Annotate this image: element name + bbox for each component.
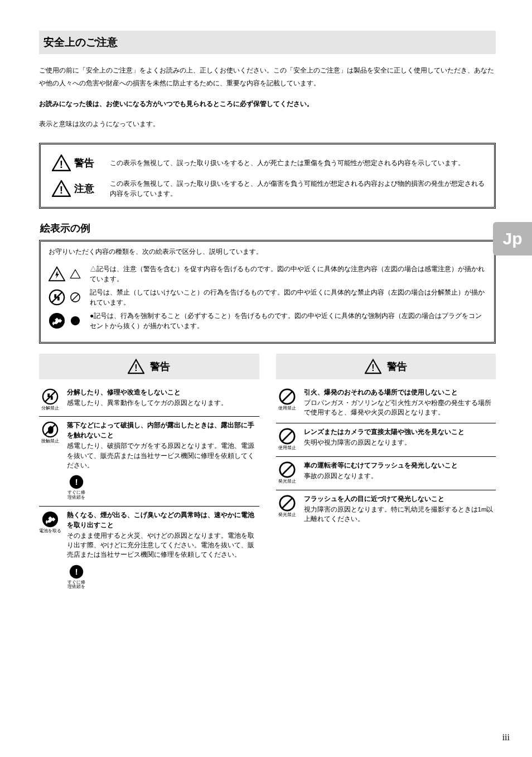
svg-text:!: !	[135, 363, 138, 372]
svg-line-30	[282, 391, 292, 402]
caution-column: ! 警告 使用禁止 引火、爆発のおそれのある場所では使用しないこと プロパンガス…	[276, 354, 496, 595]
prohibit-outline-icon	[70, 292, 81, 303]
triangle-outline-icon	[70, 269, 81, 279]
flash-prohibit-icon: 発光禁止	[276, 494, 298, 524]
item-title: フラッシュを人の目に近づけて発光しないこと	[304, 494, 496, 504]
item-title: 引火、爆発のおそれのある場所では使用しないこと	[304, 387, 496, 397]
intro-p1: ご使用の前に「安全上のご注意」をよくお読みの上、正しくお使いください。この「安全…	[39, 64, 496, 90]
svg-text:!: !	[75, 566, 78, 576]
symbol-triangle-text: △記号は、注意（警告を含む）を促す内容を告げるものです。図の中や近くに具体的な注…	[90, 264, 486, 284]
shock-triangle-icon	[49, 266, 65, 282]
svg-line-11	[72, 293, 79, 301]
item-body: 失明や視力障害の原因となります。	[304, 438, 496, 447]
svg-line-17	[45, 391, 56, 402]
warning-triangle-icon: !	[49, 155, 74, 171]
repair-request-icon: ! すぐに修理依頼を	[67, 474, 86, 500]
item-title: 落下などによって破損し、内部が露出したときは、露出部に手を触れないこと	[67, 420, 259, 440]
unplug-mandatory-icon	[49, 312, 65, 329]
page: 安全上のご注意 ご使用の前に「安全上のご注意」をよくお読みの上、正しくお使いくだ…	[0, 0, 532, 757]
symbol-mandatory-text: ●記号は、行為を強制すること（必ずすること）を告げるものです。図の中や近くに具体…	[90, 311, 486, 331]
icon-caption: 分解禁止	[41, 406, 59, 411]
symbol-mandatory-row: ●記号は、行為を強制すること（必ずすること）を告げるものです。図の中や近くに具体…	[49, 311, 486, 331]
icon-caption: 使用禁止	[278, 446, 296, 451]
repair-request-icon: ! すぐに修理依頼を	[67, 563, 86, 590]
item-title: レンズまたはカメラで直接太陽や強い光を見ないこと	[304, 427, 496, 437]
intro-p2: お読みになった後は、お使いになる方がいつでも見られるところに必ず保管してください…	[39, 98, 496, 110]
icon-caption: 使用禁止	[278, 406, 296, 411]
icon-caption: 発光禁止	[278, 513, 296, 518]
item-body: 感電したり、破損部でケガをする原因となります。電池、電源を抜いて、販売店または当…	[67, 441, 259, 470]
symbol-box: お守りいただく内容の種類を、次の絵表示で区分し、説明しています。 △記号は、注意…	[39, 240, 496, 343]
icon-caption: 発光禁止	[278, 479, 296, 484]
caution-header-icon: !	[365, 359, 381, 374]
remove-battery-icon: 電池を取る	[39, 510, 61, 590]
icon-caption: 電池を取る	[39, 529, 61, 534]
svg-rect-9	[57, 297, 60, 301]
svg-line-36	[282, 498, 292, 508]
svg-rect-18	[47, 393, 50, 397]
icon-caption: すぐに修理依頼を	[67, 490, 86, 500]
intro-p3: 表示と意味は次のようになっています。	[39, 118, 496, 131]
def-caution-label: 注意	[74, 181, 110, 196]
def-warning-label: 警告	[74, 156, 110, 170]
symbol-lead: お守りいただく内容の種類を、次の絵表示で区分し、説明しています。	[49, 247, 486, 257]
warning-column: ! 警告 分解禁止 分解したり、修理や改造をしないこと 感電したり、異常動作をし…	[39, 354, 259, 595]
svg-text:!: !	[371, 363, 374, 372]
disassemble-prohibit-icon	[49, 289, 65, 306]
svg-marker-5	[70, 269, 80, 278]
symbol-prohibit-text: 記号は、禁止（してはいけないこと）の行為を告げるものです。図の中や近くに具体的な…	[90, 287, 486, 307]
svg-point-13	[71, 316, 80, 325]
item-no-disassemble: 分解禁止 分解したり、修理や改造をしないこと 感電したり、異常動作をしてケガの原…	[39, 384, 259, 417]
symbol-heading: 絵表示の例	[40, 221, 496, 235]
svg-text:!: !	[60, 184, 63, 196]
item-sun-look: 使用禁止 レンズまたはカメラで直接太陽や強い光を見ないこと 失明や視力障害の原因…	[276, 423, 496, 457]
touch-prohibit-icon: 接触禁止	[39, 420, 61, 500]
filled-circle-icon	[70, 315, 81, 326]
svg-text:!: !	[60, 158, 63, 170]
item-title: 分解したり、修理や改造をしないこと	[67, 387, 259, 397]
item-no-touch: 接触禁止 落下などによって破損し、内部が露出したときは、露出部に手を触れないこと…	[39, 417, 259, 506]
def-warning-row: ! 警告 この表示を無視して、誤った取り扱いをすると、人が死亡または重傷を負う可…	[49, 150, 486, 176]
item-body: 感電したり、異常動作をしてケガの原因となります。	[67, 398, 259, 408]
page-number: iii	[502, 731, 510, 744]
language-tab[interactable]: Jp	[493, 222, 532, 255]
svg-line-32	[282, 431, 292, 442]
symbol-prohibit-icons	[49, 289, 90, 306]
flash-prohibit-icon: 発光禁止	[276, 460, 298, 484]
caution-triangle-icon: !	[49, 180, 74, 197]
use-prohibit-icon: 使用禁止	[276, 427, 298, 451]
caution-column-header: ! 警告	[276, 354, 496, 379]
caution-header-label: 警告	[387, 359, 407, 374]
disassemble-prohibit-icon: 分解禁止	[39, 387, 61, 411]
svg-line-34	[282, 465, 292, 475]
instruction-columns: ! 警告 分解禁止 分解したり、修理や改造をしないこと 感電したり、異常動作をし…	[39, 354, 496, 595]
page-title-text: 安全上のご注意	[43, 35, 118, 50]
item-flash-eyes: 発光禁止 フラッシュを人の目に近づけて発光しないこと 視力障害の原因となります。…	[276, 490, 496, 530]
def-caution-row: ! 注意 この表示を無視して、誤った取り扱いをすると、人が傷害を負う可能性が想定…	[49, 176, 486, 201]
item-body: 事故の原因となります。	[304, 471, 496, 481]
symbol-triangle-icons	[49, 266, 90, 282]
svg-line-7	[52, 292, 62, 302]
svg-rect-19	[51, 396, 53, 400]
symbol-mandatory-icons	[49, 312, 90, 329]
icon-caption: すぐに修理依頼を	[67, 580, 86, 590]
item-flash-driver: 発光禁止 車の運転者等にむけてフラッシュを発光しないこと 事故の原因となります。	[276, 457, 496, 490]
use-prohibit-icon: 使用禁止	[276, 387, 298, 418]
icon-caption: 接触禁止	[41, 439, 59, 444]
page-title: 安全上のご注意	[39, 31, 496, 54]
intro-text: ご使用の前に「安全上のご注意」をよくお読みの上、正しくお使いください。この「安全…	[39, 64, 496, 131]
svg-text:!: !	[75, 477, 78, 486]
language-tab-label: Jp	[502, 226, 522, 251]
svg-rect-8	[54, 294, 56, 298]
item-body: 視力障害の原因となります。特に乳幼児を撮影するときは1m以上離れてください。	[304, 505, 496, 524]
warning-header-label: 警告	[150, 359, 170, 374]
symbol-triangle-row: △記号は、注意（警告を含む）を促す内容を告げるものです。図の中や近くに具体的な注…	[49, 264, 486, 284]
item-body: そのまま使用すると火災、やけどの原因となります。電池を取り出す際、やけどに充分注…	[67, 531, 259, 560]
definitions-box: ! 警告 この表示を無視して、誤った取り扱いをすると、人が死亡または重傷を負う可…	[39, 143, 496, 209]
item-remove-battery: 電池を取る 熱くなる、煙が出る、こげ臭いなどの異常時は、速やかに電池を取り出すこ…	[39, 507, 259, 595]
item-title: 車の運転者等にむけてフラッシュを発光しないこと	[304, 460, 496, 470]
symbol-prohibit-row: 記号は、禁止（してはいけないこと）の行為を告げるものです。図の中や近くに具体的な…	[49, 287, 486, 307]
item-body: プロパンガス・ガソリンなど引火性ガスや粉塵の発生する場所で使用すると、爆発や火災…	[304, 398, 496, 418]
item-flammable: 使用禁止 引火、爆発のおそれのある場所では使用しないこと プロパンガス・ガソリン…	[276, 384, 496, 424]
def-caution-desc: この表示を無視して、誤った取り扱いをすると、人が傷害を負う可能性が想定される内容…	[110, 179, 486, 199]
